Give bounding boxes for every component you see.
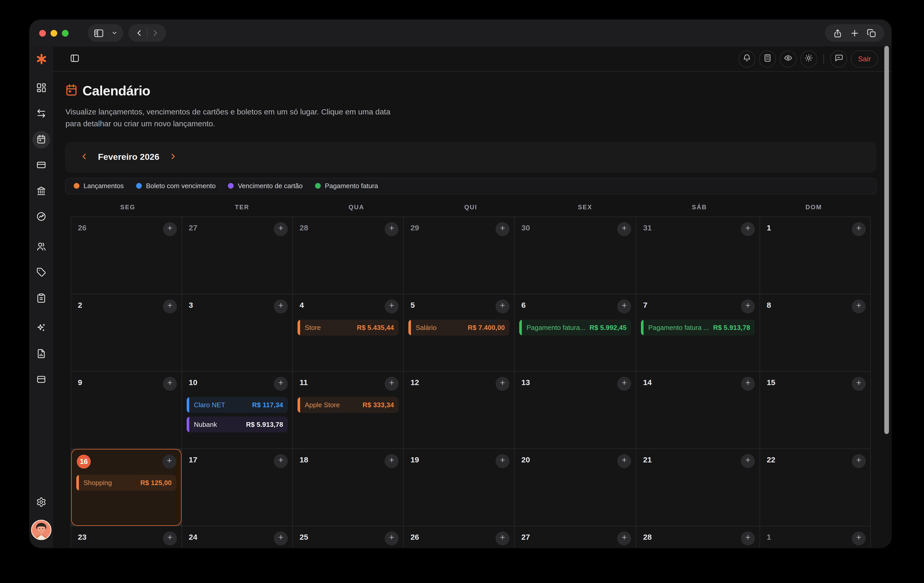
calendar-day-cell[interactable]: 4+StoreR$ 5.435,44 [293,294,403,371]
add-event-button[interactable]: + [741,454,755,468]
add-event-button[interactable]: + [384,222,399,236]
add-event-button[interactable]: + [617,222,631,236]
sidebar-item-notes[interactable] [33,290,50,307]
sidebar-item-wallet[interactable] [33,371,50,389]
share-button[interactable] [829,24,846,42]
calendar-day-cell[interactable]: 15+ [760,371,870,448]
sidebar-item-tags[interactable] [33,264,50,282]
add-event-button[interactable]: + [384,454,399,468]
sidebar-item-calendar[interactable] [33,131,50,148]
calendar-day-cell[interactable]: 31+ [636,217,759,293]
add-event-button[interactable]: + [852,377,866,390]
calendar-day-cell[interactable]: 9+ [71,371,182,448]
add-event-button[interactable]: + [495,454,510,468]
add-event-button[interactable]: + [617,299,631,313]
sidebar-item-reports[interactable] [33,345,50,363]
calendar-day-cell[interactable]: 1+ [760,217,870,293]
calendar-day-cell[interactable]: 8+ [760,294,870,371]
add-event-button[interactable]: + [495,531,510,545]
calculator-button[interactable] [759,50,776,67]
calendar-day-cell[interactable]: 5+SalárioR$ 7.400,00 [404,294,514,371]
add-event-button[interactable]: + [741,377,755,390]
back-button[interactable] [132,24,147,42]
calendar-day-cell[interactable]: 30+ [515,217,636,293]
calendar-day-cell[interactable]: 27+ [182,217,292,293]
prev-month-button[interactable] [81,152,88,161]
add-event-button[interactable]: + [384,531,399,545]
add-event-button[interactable]: + [741,531,755,545]
event-chip-lancamento[interactable]: SalárioR$ 7.400,00 [408,319,510,335]
calendar-day-cell[interactable]: 24+ [182,526,292,548]
calendar-day-cell[interactable]: 25+ [293,526,403,548]
calendar-day-cell[interactable]: 21+ [636,449,759,525]
add-event-button[interactable]: + [495,222,510,236]
add-event-button[interactable]: + [162,455,177,468]
calendar-day-cell[interactable]: 10+Claro NETR$ 117,34NubankR$ 5.913,78 [182,371,292,448]
calendar-day-cell[interactable]: 20+ [515,449,636,525]
add-event-button[interactable]: + [384,377,399,390]
add-event-button[interactable]: + [274,299,288,313]
event-chip-lancamento[interactable]: Apple StoreR$ 333,34 [297,397,399,413]
calendar-day-cell[interactable]: 26+ [404,526,514,548]
toggle-sidebar-button[interactable] [90,24,108,42]
sidebar-item-users[interactable] [33,238,50,256]
add-event-button[interactable]: + [274,454,288,468]
calendar-day-cell[interactable]: 6+Pagamento fatura...R$ 5.992,45 [515,294,636,371]
calendar-day-cell[interactable]: 17+ [182,449,292,525]
calendar-day-cell[interactable]: 1+ [760,526,870,548]
sidebar-item-ai[interactable] [33,319,50,337]
tab-overview-button[interactable] [863,24,880,42]
add-event-button[interactable]: + [274,531,288,545]
sidebar-item-performance[interactable] [33,208,50,226]
event-chip-lancamento[interactable]: ShoppingR$ 125,00 [76,474,177,491]
collapse-panel-button[interactable] [69,53,80,65]
add-event-button[interactable]: + [741,222,755,236]
add-event-button[interactable]: + [617,531,631,545]
add-event-button[interactable]: + [852,222,866,236]
calendar-day-cell[interactable]: 13+ [515,371,636,448]
event-chip-lancamento[interactable]: StoreR$ 5.435,44 [297,319,399,335]
sidebar-item-bank[interactable] [33,183,50,200]
event-chip-fatura[interactable]: Pagamento fatura ...R$ 5.913,78 [641,319,755,335]
app-logo[interactable] [35,53,48,67]
sidebar-item-settings[interactable] [33,494,50,511]
close-window-button[interactable] [39,30,46,36]
feedback-button[interactable] [830,50,847,67]
add-event-button[interactable]: + [852,299,866,313]
add-event-button[interactable]: + [163,531,177,545]
add-event-button[interactable]: + [495,377,510,390]
calendar-day-cell[interactable]: 2+ [71,294,182,371]
calendar-day-cell[interactable]: 28+ [293,217,403,293]
next-month-button[interactable] [169,152,177,161]
logout-button[interactable]: Sair [851,50,878,67]
add-event-button[interactable]: + [741,299,755,313]
calendar-day-cell[interactable]: 18+ [293,449,403,525]
add-event-button[interactable]: + [163,377,177,390]
add-event-button[interactable]: + [384,299,399,313]
calendar-day-cell[interactable]: 28+ [636,526,759,548]
calendar-day-cell[interactable]: 11+Apple StoreR$ 333,34 [293,371,403,448]
calendar-day-cell[interactable]: 19+ [404,449,514,525]
theme-toggle-button[interactable] [800,50,817,67]
add-event-button[interactable]: + [274,377,288,390]
zoom-window-button[interactable] [62,30,69,36]
calendar-day-cell[interactable]: 14+ [636,371,759,448]
calendar-day-cell[interactable]: 12+ [404,371,514,448]
sidebar-item-transactions[interactable] [33,105,50,123]
add-event-button[interactable]: + [274,222,288,236]
add-event-button[interactable]: + [617,454,631,468]
event-chip-cartao[interactable]: NubankR$ 5.913,78 [186,416,288,432]
add-event-button[interactable]: + [163,222,177,236]
calendar-day-cell[interactable]: 29+ [404,217,514,293]
add-event-button[interactable]: + [495,299,510,313]
new-tab-button[interactable] [846,24,863,42]
calendar-day-cell[interactable]: 16+ShoppingR$ 125,00 [71,449,182,525]
sidebar-item-dashboard[interactable] [33,79,50,97]
privacy-eye-button[interactable] [780,50,797,67]
calendar-day-cell[interactable]: 26+ [71,217,182,293]
event-chip-boleto[interactable]: Claro NETR$ 117,34 [186,397,288,413]
calendar-day-cell[interactable]: 3+ [182,294,292,371]
forward-button[interactable] [147,24,163,42]
calendar-day-cell[interactable]: 23+ [71,526,182,548]
calendar-day-cell[interactable]: 7+Pagamento fatura ...R$ 5.913,78 [636,294,759,371]
